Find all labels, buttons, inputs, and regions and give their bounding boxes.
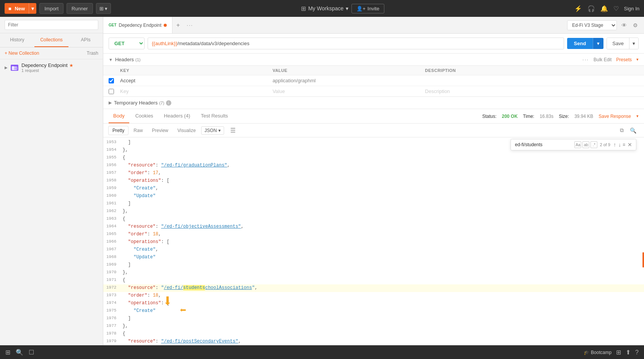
- response-tab-headers[interactable]: Headers (4): [159, 109, 195, 123]
- bulk-edit-button[interactable]: Bulk Edit: [594, 57, 611, 62]
- statusbar-layout-icon[interactable]: ⊞: [616, 349, 621, 356]
- presets-button[interactable]: Presets: [616, 57, 632, 62]
- trash-button[interactable]: Trash: [87, 51, 98, 56]
- url-path: /metadata/data/v3/dependencies: [177, 41, 250, 46]
- search-close-button[interactable]: ✕: [628, 142, 632, 148]
- header-actions-col: [577, 68, 608, 73]
- send-dropdown-button[interactable]: ▾: [593, 38, 603, 49]
- search-toggle-button[interactable]: 🔍: [628, 127, 639, 134]
- invite-button[interactable]: 👤+ Invite: [351, 4, 384, 13]
- status-value: 200 OK: [502, 114, 517, 119]
- header-checkbox-1[interactable]: [109, 78, 114, 83]
- new-collection-button[interactable]: + New Collection: [5, 51, 39, 56]
- method-select[interactable]: GET POST PUT DELETE PATCH: [109, 38, 145, 49]
- search-prev-button[interactable]: ↑: [613, 142, 617, 148]
- collection-folder-icon: [11, 65, 18, 71]
- response-tab-test-results[interactable]: Test Results: [196, 109, 233, 123]
- whole-word-button[interactable]: ab: [582, 141, 589, 148]
- runner-button[interactable]: Runner: [67, 3, 93, 14]
- response-tab-cookies[interactable]: Cookies: [131, 109, 158, 123]
- presets-dropdown-icon[interactable]: ▾: [636, 57, 639, 62]
- statusbar-icon-2[interactable]: 🔍: [16, 349, 23, 356]
- collection-name: Depedency Endpoint ★: [21, 62, 98, 68]
- save-button[interactable]: Save: [607, 38, 629, 49]
- format-visualize-button[interactable]: Visualize: [174, 126, 200, 135]
- line-content-1979: "resource": "/ed-fi/postSecondaryEvents"…: [122, 338, 644, 345]
- settings-button[interactable]: ⚙: [631, 21, 639, 30]
- search-list-button[interactable]: ≡: [623, 142, 625, 148]
- headphones-icon[interactable]: 🎧: [587, 5, 595, 12]
- new-tab-button[interactable]: +: [172, 17, 184, 33]
- sidebar-actions: + New Collection Trash: [0, 47, 103, 59]
- response-format-bar: Pretty Raw Preview Visualize JSON ▾ ☰ ⧉ …: [103, 124, 644, 137]
- bootcamp-button[interactable]: 🎓 Bootcamp: [584, 350, 611, 355]
- collection-item[interactable]: ▶ Depedency Endpoint ★ 1 request: [0, 59, 103, 76]
- environment-select[interactable]: Ed-Fi V3 Stage: [567, 20, 617, 30]
- tab-more-button[interactable]: ···: [184, 17, 196, 33]
- line-content-1971: {: [122, 277, 644, 284]
- statusbar-icon-3[interactable]: ☐: [29, 349, 34, 356]
- line-content-1965: "order": 18,: [122, 231, 644, 238]
- search-next-button[interactable]: ↓: [618, 142, 622, 148]
- tab-apis[interactable]: APIs: [68, 33, 103, 47]
- statusbar-share-icon[interactable]: ⬆: [626, 349, 631, 356]
- save-response-button[interactable]: Save Response: [598, 114, 631, 119]
- navbar: ■ New ▾ Import Runner ⊞ ▾ ⊞ My Workspace…: [0, 0, 644, 17]
- request-tab-active[interactable]: GET Depedency Endpoint: [103, 17, 172, 33]
- signin-button[interactable]: Sign In: [624, 6, 639, 11]
- layout-button[interactable]: ⊞ ▾: [96, 3, 111, 14]
- workspace-button[interactable]: ⊞ My Workspace ▾: [301, 5, 348, 12]
- json-line-1962: 1962 },: [103, 208, 644, 215]
- temp-headers-section[interactable]: ▶ Temporary Headers (7) i: [103, 97, 644, 109]
- time-label: Time:: [523, 114, 535, 119]
- statusbar-icon-1[interactable]: ⊞: [5, 349, 10, 356]
- header-checkbox-col: [109, 68, 120, 73]
- info-icon[interactable]: i: [166, 100, 171, 106]
- bootcamp-label: Bootcamp: [591, 350, 611, 355]
- line-num-1955: 1955: [103, 154, 122, 161]
- bell-icon[interactable]: 🔔: [600, 5, 608, 12]
- collection-expand-icon[interactable]: ▶: [5, 65, 8, 70]
- send-button[interactable]: Send: [567, 38, 593, 49]
- header-checkbox-2[interactable]: [109, 89, 114, 94]
- copy-button[interactable]: ⧉: [618, 126, 626, 134]
- headers-section-toggle[interactable]: ▼ Headers (1) ··· Bulk Edit Presets ▾: [103, 54, 644, 66]
- collection-info: Depedency Endpoint ★ 1 request: [21, 62, 98, 73]
- new-dropdown-arrow[interactable]: ▾: [29, 3, 36, 14]
- headers-toggle-icon: ▼: [109, 57, 113, 62]
- line-num-1969: 1969: [103, 261, 122, 268]
- save-button-group: Save ▾: [607, 38, 639, 49]
- heart-icon[interactable]: ♡: [613, 5, 619, 12]
- format-raw-button[interactable]: Raw: [130, 126, 146, 135]
- import-button[interactable]: Import: [39, 3, 63, 14]
- lightning-icon[interactable]: ⚡: [574, 5, 582, 12]
- response-tab-body[interactable]: Body: [109, 109, 129, 123]
- filter-input[interactable]: [5, 20, 98, 30]
- tab-collections[interactable]: Collections: [34, 33, 69, 47]
- line-content-1964: "resource": "/ed-fi/objectiveAssessments…: [122, 223, 644, 230]
- format-type-dropdown-icon: ▾: [218, 128, 221, 133]
- format-type-select[interactable]: JSON ▾: [201, 126, 224, 135]
- search-input[interactable]: [515, 142, 572, 147]
- statusbar-help-icon[interactable]: ?: [635, 349, 639, 356]
- save-dropdown-button[interactable]: ▾: [629, 38, 638, 49]
- match-case-button[interactable]: Aa: [574, 141, 581, 148]
- size-value: 39.94 KB: [574, 114, 593, 119]
- headers-more-button[interactable]: ···: [582, 57, 589, 62]
- url-display[interactable]: {{authLink}}/metadata/data/v3/dependenci…: [148, 38, 564, 49]
- json-line-1979: 1979 "resource": "/ed-fi/postSecondaryEv…: [103, 338, 644, 345]
- line-content-1967: "Create",: [122, 246, 644, 253]
- url-auth-link: {{authLink}}: [152, 41, 177, 46]
- regex-button[interactable]: .*: [590, 141, 597, 148]
- line-num-1958: 1958: [103, 177, 122, 184]
- json-line-1956: 1956 "resource": "/ed-fi/graduationPlans…: [103, 162, 644, 170]
- save-response-dropdown[interactable]: ▾: [636, 114, 639, 119]
- new-button[interactable]: ■ New ▾: [5, 3, 36, 14]
- format-pretty-button[interactable]: Pretty: [109, 126, 128, 135]
- tab-history[interactable]: History: [0, 33, 34, 47]
- eye-button[interactable]: 👁: [620, 21, 628, 30]
- response-body: Aa ab .* 2 of 9 ↑ ↓ ≡ ✕ 1953 ]: [103, 137, 644, 345]
- format-preview-button[interactable]: Preview: [148, 126, 172, 135]
- word-wrap-button[interactable]: ☰: [228, 126, 238, 135]
- search-count: 2 of 9: [600, 142, 610, 147]
